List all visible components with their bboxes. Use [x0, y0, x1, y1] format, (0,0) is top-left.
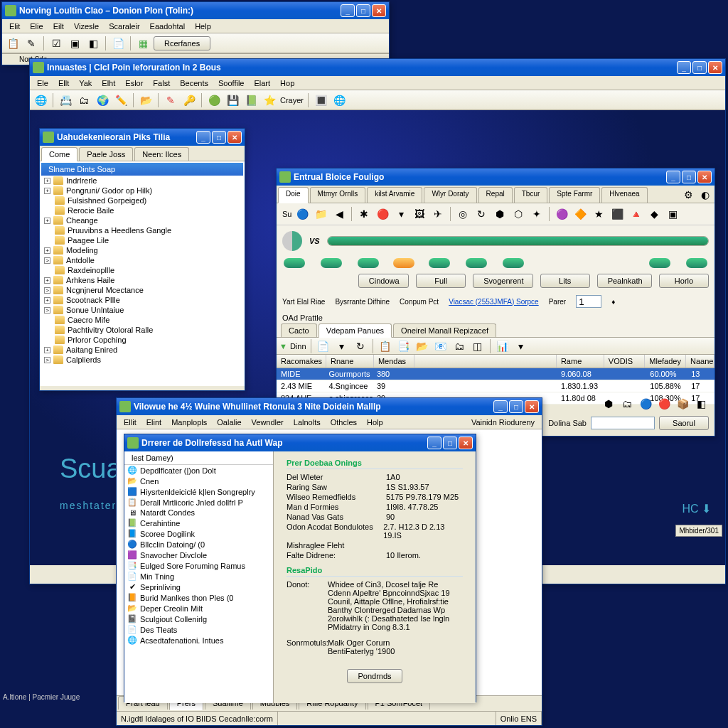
tool-icon[interactable]: 📑 [396, 338, 412, 354]
expand-icon[interactable]: + [44, 247, 50, 254]
list-item[interactable]: 📂Cnen [124, 476, 273, 486]
table-row[interactable]: 2.43 MIE4.Sngincee391.830.1.93105.88%17 [277, 380, 714, 392]
menu-item[interactable]: Eslor [121, 77, 147, 89]
tool-icon[interactable]: 🔳 [313, 92, 328, 108]
table-row[interactable]: MIDEGourmports3809.060.0860.00%13 [277, 368, 714, 380]
maximize-button[interactable]: □ [692, 61, 707, 74]
tool-icon[interactable]: ⬛ [609, 206, 625, 222]
titlebar-1[interactable]: Norving Loultin Clao – Donion Plon (Toli… [2, 2, 389, 19]
pill[interactable] [649, 258, 670, 268]
list-item[interactable]: ✔Seprinliving [124, 582, 273, 592]
tool-icon[interactable]: ⬢ [492, 206, 508, 222]
pill[interactable] [503, 258, 524, 268]
tree-item[interactable]: +Scootnack PIlle [41, 295, 243, 305]
folder-icon[interactable]: 📁 [313, 206, 328, 222]
close-button[interactable]: ✕ [708, 61, 722, 74]
minimize-button[interactable]: _ [341, 4, 355, 17]
menu-item[interactable]: Othcles [326, 417, 361, 428]
button-lits[interactable]: Lits [540, 274, 590, 288]
tool-icon[interactable]: 📋 [378, 338, 393, 354]
tool-icon[interactable]: 🗂 [76, 92, 92, 108]
tree-item[interactable]: Prloror Copching [41, 335, 243, 345]
parer-input[interactable] [576, 295, 601, 308]
tree-item[interactable]: Caecro Mife [41, 315, 243, 325]
pill[interactable] [393, 258, 414, 268]
list-item[interactable]: 📑Eulged Sore Foruming Ramus [124, 560, 273, 571]
pencil-icon[interactable]: ✏️ [113, 92, 129, 108]
menu-item[interactable]: Elint [142, 417, 166, 428]
tab[interactable]: Oneirel Manall Repizacef [393, 323, 496, 337]
pill[interactable] [321, 258, 342, 268]
tree-item[interactable]: Raxdeinopllle [41, 265, 243, 275]
tool-icon[interactable]: 📇 [58, 92, 73, 108]
tree-item[interactable]: Pruuvibns a Heedlens Gangle [41, 225, 243, 235]
menu-item[interactable]: Hop [276, 77, 299, 89]
list-item[interactable]: 📋Derall Mrtlicoric Jnled dollfrl P [124, 497, 273, 508]
tree-item[interactable]: +Arhkens Haile [41, 275, 243, 285]
close-button[interactable]: ✕ [372, 4, 386, 17]
maximize-button[interactable]: □ [682, 171, 696, 183]
search-input[interactable] [591, 417, 655, 429]
button-pealnkath[interactable]: Pealnkath [597, 274, 652, 288]
tool-icon[interactable]: 📗 [243, 92, 259, 108]
pill[interactable] [284, 258, 305, 268]
button-cindowa[interactable]: Cindowa [358, 274, 409, 288]
send-icon[interactable]: ✈ [430, 206, 446, 222]
globe2-icon[interactable]: 🌍 [95, 92, 110, 108]
tool-icon[interactable]: ▣ [67, 36, 82, 51]
col-header[interactable] [414, 355, 556, 368]
tab[interactable]: Mtmyr Ornlls [310, 187, 366, 203]
minimize-button[interactable]: _ [427, 437, 441, 449]
tool-icon[interactable]: ★ [591, 206, 606, 222]
save-icon[interactable]: 💾 [225, 92, 240, 108]
down-label[interactable]: Dinn [290, 342, 306, 350]
search-button[interactable]: Saorul [659, 416, 709, 430]
tool-icon[interactable]: ◎ [455, 206, 471, 222]
col-header[interactable]: Naane [686, 355, 714, 368]
titlebar-3[interactable]: Uahudekenieorain Piks Tilia _ □ ✕ [40, 129, 245, 146]
tool-icon[interactable]: ◧ [693, 396, 709, 412]
tree-item[interactable]: +Pongruni/ Godor op Hilk) [41, 186, 243, 196]
close-button[interactable]: ✕ [459, 437, 473, 449]
list-item[interactable]: 📓Sculgiout Collenirlg [124, 614, 273, 624]
menu-item[interactable]: Ellt [54, 77, 73, 89]
pill[interactable] [358, 258, 379, 268]
close-button[interactable]: ✕ [228, 131, 242, 144]
menu-item[interactable]: Scaraleir [105, 21, 144, 32]
list-item[interactable]: 📄Min Tning [124, 571, 273, 582]
menu-item[interactable]: Becents [176, 77, 213, 89]
tool-icon[interactable]: 🗂 [451, 338, 467, 354]
tool-icon[interactable]: ◫ [470, 338, 486, 354]
tab[interactable]: Vdepam Panues [318, 323, 392, 338]
list-item[interactable]: 🔵Bllcclin Datoing/ (0 [124, 539, 273, 550]
expand-icon[interactable]: + [44, 347, 50, 353]
minimize-button[interactable]: _ [196, 131, 210, 144]
back-icon[interactable]: ◀ [331, 206, 347, 222]
tab[interactable]: Spte Farmr [549, 187, 600, 203]
list-item[interactable]: 📗Cerahintine [124, 518, 273, 528]
menu-item[interactable]: Ele [33, 77, 53, 89]
minimize-button[interactable]: _ [666, 171, 680, 183]
menu-item[interactable]: Lalnolts [289, 417, 325, 428]
menu-item[interactable]: Ellit [119, 417, 141, 428]
menu-item[interactable]: Holp [363, 417, 387, 428]
tab-paele[interactable]: Paele Joss [79, 147, 133, 161]
list-item[interactable]: 🟦Hiysrtenldeiciclé k|len Songreplry [124, 486, 273, 497]
gear-icon[interactable]: ⚙ [680, 187, 696, 203]
tool-icon[interactable]: 🗂 [619, 396, 635, 412]
tool-icon[interactable]: 🔴 [656, 396, 672, 412]
tool-icon[interactable]: 📊 [495, 338, 510, 354]
titlebar-6[interactable]: Drrerer de Dollrefessd ha Autl Wap _ □ ✕ [124, 434, 476, 451]
key-icon[interactable]: 🔑 [181, 92, 197, 108]
expand-icon[interactable]: + [44, 277, 50, 284]
red-pencil-icon[interactable]: ✎ [163, 92, 178, 108]
tool-icon[interactable]: 🔵 [638, 396, 653, 412]
menu-item[interactable]: Falst [149, 77, 174, 89]
tool-icon[interactable]: ◆ [646, 206, 662, 222]
expand-icon[interactable]: + [44, 297, 50, 304]
tool-icon[interactable]: ✱ [356, 206, 372, 222]
expand-icon[interactable]: > [44, 257, 50, 264]
tree-item[interactable]: >Ncgnjnerul Mcectance [41, 285, 243, 295]
expand-icon[interactable]: + [44, 188, 50, 194]
menu-item[interactable]: Help [191, 21, 215, 32]
